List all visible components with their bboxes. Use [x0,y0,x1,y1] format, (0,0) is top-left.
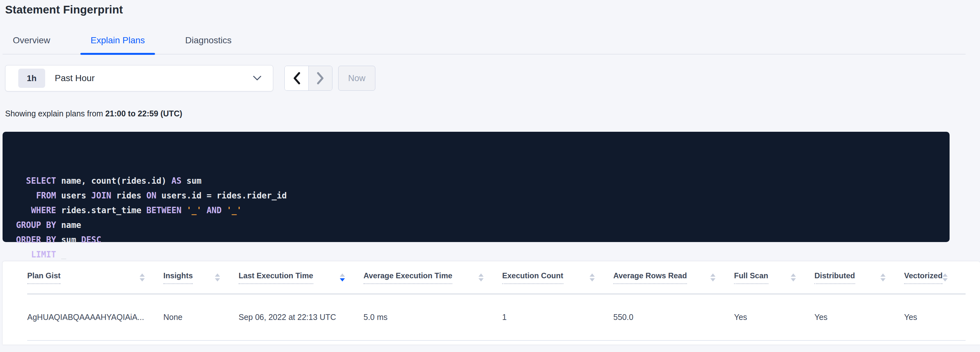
column-header-last-execution-time[interactable]: Last Execution Time [239,261,363,294]
tab-overview-label: Overview [13,35,50,45]
previous-time-window-button[interactable] [285,66,309,90]
time-range-text: 21:00 to 22:59 (UTC) [105,109,182,118]
column-header-full-scan[interactable]: Full Scan [734,261,815,294]
column-header-plan-gist[interactable]: Plan Gist [27,261,163,294]
column-header-average-rows-read[interactable]: Average Rows Read [613,261,734,294]
column-label[interactable]: Insights [163,271,193,284]
time-range-badge: 1h [18,69,45,88]
explain-plans-table: Plan Gist Insights Last Execution Time A… [27,261,966,341]
time-toolbar: 1h Past Hour Now [5,65,980,91]
explain-plans-table-card: Plan Gist Insights Last Execution Time A… [3,261,980,345]
time-range-value: Past Hour [55,73,253,83]
cell-plan-gist[interactable]: AgHUAQIABQAAAAHYAQIAiA... [27,294,163,341]
cell-insights: None [163,294,239,341]
column-label[interactable]: Vectorized [904,271,943,284]
time-range-select[interactable]: 1h Past Hour [5,65,273,91]
sql-statement-block: SELECT name, count(rides.id) AS sum FROM… [3,132,950,242]
sort-icon[interactable] [791,274,796,282]
tab-bar: Overview Explain Plans Diagnostics [3,31,966,54]
column-label[interactable]: Plan Gist [27,271,60,284]
sort-icon[interactable] [590,274,595,282]
column-header-insights[interactable]: Insights [163,261,239,294]
sort-icon[interactable] [140,274,145,282]
cell-full-scan: Yes [734,294,815,341]
cell-vectorized: Yes [904,294,966,341]
next-time-window-button[interactable] [309,66,332,90]
now-button[interactable]: Now [338,66,375,91]
tab-diagnostics-label: Diagnostics [185,35,232,45]
column-label[interactable]: Full Scan [734,271,768,284]
chevron-right-icon [316,72,325,85]
table-row: AgHUAQIABQAAAAHYAQIAiA... None Sep 06, 2… [27,294,966,341]
tab-explain-plans-label: Explain Plans [91,35,145,45]
chevron-down-icon [253,76,261,81]
active-tab-underline [80,53,155,55]
column-label[interactable]: Last Execution Time [239,271,313,284]
cell-execution-count: 1 [502,294,613,341]
tab-diagnostics[interactable]: Diagnostics [175,31,242,54]
sort-icon[interactable] [943,274,948,282]
page-title: Statement Fingerprint [0,0,980,16]
column-label[interactable]: Average Execution Time [363,271,452,284]
sort-icon[interactable] [880,274,886,282]
sql-code: SELECT name, count(rides.id) AS sum FROM… [16,173,937,262]
sort-icon[interactable] [710,274,716,282]
column-header-vectorized[interactable]: Vectorized [904,261,966,294]
sort-icon[interactable] [340,274,345,282]
table-header-row: Plan Gist Insights Last Execution Time A… [27,261,966,294]
column-label[interactable]: Average Rows Read [613,271,687,284]
tab-explain-plans[interactable]: Explain Plans [80,31,155,54]
column-header-distributed[interactable]: Distributed [815,261,904,294]
sort-icon[interactable] [479,274,484,282]
column-label[interactable]: Distributed [815,271,855,284]
sort-icon[interactable] [215,274,220,282]
cell-average-rows-read: 550.0 [613,294,734,341]
cell-distributed: Yes [815,294,904,341]
showing-explain-plans-text: Showing explain plans from 21:00 to 22:5… [5,109,980,118]
cell-average-execution-time: 5.0 ms [363,294,502,341]
column-header-execution-count[interactable]: Execution Count [502,261,613,294]
time-window-arrows [285,66,332,91]
column-label[interactable]: Execution Count [502,271,563,284]
column-header-average-execution-time[interactable]: Average Execution Time [363,261,502,294]
cell-last-execution-time: Sep 06, 2022 at 22:13 UTC [239,294,363,341]
chevron-left-icon [292,72,301,85]
tab-overview[interactable]: Overview [3,31,60,54]
